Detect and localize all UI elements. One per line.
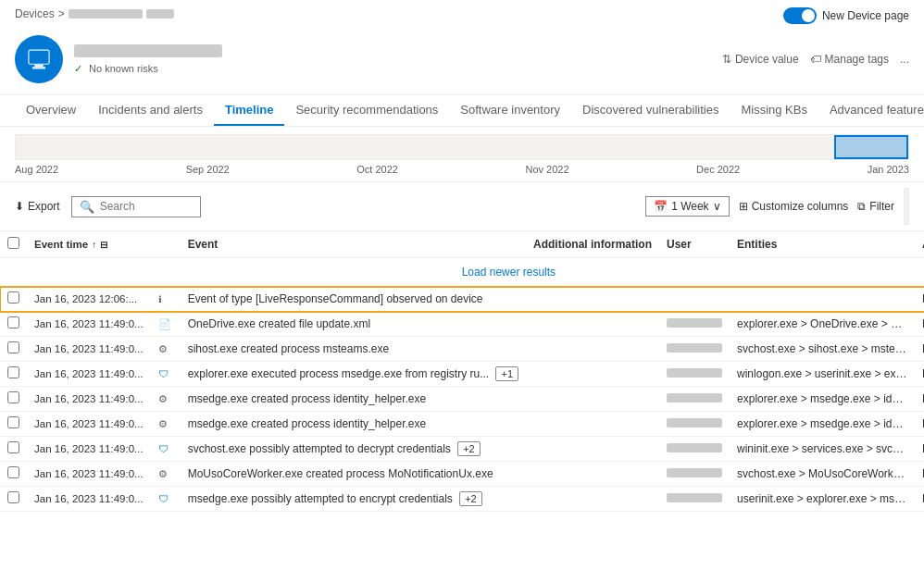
col-event-time: Event time ↑ ⊟ <box>27 231 151 258</box>
col-event: Event <box>181 231 526 258</box>
user-blur <box>667 343 722 353</box>
row-checkbox[interactable] <box>7 291 19 304</box>
table-row: Jan 16, 2023 11:49:0... ⚙ msedge.exe cre… <box>0 412 924 437</box>
row-checkbox[interactable] <box>7 416 19 428</box>
user-blur <box>667 318 722 328</box>
event-type-icon: ⚙ <box>158 468 168 479</box>
table-row: Jan 16, 2023 11:49:0... 🛡 msedge.exe pos… <box>0 487 924 512</box>
search-box[interactable]: 🔍 <box>71 196 201 217</box>
load-newer-row: Load newer results <box>0 258 924 287</box>
svg-rect-3 <box>30 51 49 64</box>
entities-cell: wininit.exe > services.exe > svchost.exe <box>730 437 915 462</box>
entities-cell: svchost.exe > sihost.exe > msteams.exe <box>730 337 915 362</box>
col-user: User <box>659 231 730 258</box>
date-sep: Sep 2022 <box>186 164 230 175</box>
event-time-cell: Jan 16, 2023 11:49:0... <box>27 512 151 515</box>
row-checkbox[interactable] <box>7 441 19 453</box>
event-cell: OneDrive.exe created file update.xml <box>181 312 526 337</box>
add-info-cell <box>526 512 659 515</box>
event-badge[interactable]: +2 <box>457 441 481 456</box>
action-type-cell: DpapiCryptDat... <box>915 437 924 462</box>
export-btn[interactable]: ⬇ Export <box>15 200 60 213</box>
add-info-cell <box>526 387 659 412</box>
new-device-toggle[interactable]: New Device page <box>783 7 909 24</box>
week-selector[interactable]: 📅 1 Week ∨ <box>645 196 729 217</box>
customize-columns-btn[interactable]: ⊞ Customize columns <box>739 200 849 213</box>
tab-missing-kbs[interactable]: Missing KBs <box>730 95 818 126</box>
row-checkbox[interactable] <box>7 491 19 503</box>
toggle-track[interactable] <box>783 7 817 24</box>
top-right-controls: New Device page <box>783 7 909 24</box>
device-value-btn[interactable]: ⇅ Device value <box>722 53 799 66</box>
entities-cell: explorer.exe > msedge.exe > identity_hel… <box>730 412 915 437</box>
row-checkbox[interactable] <box>7 466 19 478</box>
col-flag <box>151 231 181 258</box>
breadcrumb-sub <box>146 9 174 19</box>
breadcrumb-root[interactable]: Devices <box>15 7 55 20</box>
device-header: ✓ No known risks ⇅ Device value 🏷 Manage… <box>0 28 924 95</box>
user-cell <box>659 487 730 512</box>
events-table-container: Event time ↑ ⊟ Event Additional informat… <box>0 231 924 514</box>
timeline-dates: Aug 2022 Sep 2022 Oct 2022 Nov 2022 Dec … <box>15 164 909 175</box>
event-cell: msedge.exe established an outbound appli… <box>181 512 526 515</box>
tab-vulnerabilities[interactable]: Discovered vulnerabilities <box>571 95 730 126</box>
sort-icon[interactable]: ↑ <box>92 240 96 250</box>
search-input[interactable] <box>100 200 193 213</box>
action-type-cell: OutboundConn... <box>915 512 924 515</box>
row-checkbox[interactable] <box>7 391 19 403</box>
user-cell <box>659 437 730 462</box>
event-time-cell: Jan 16, 2023 11:49:0... <box>27 437 151 462</box>
user-blur <box>667 418 722 428</box>
more-options-btn[interactable]: ... <box>900 53 909 66</box>
event-cell: msedge.exe created process identity_help… <box>181 412 526 437</box>
tab-timeline[interactable]: Timeline <box>214 95 285 126</box>
filter-btn[interactable]: ⧉ Filter <box>857 200 894 213</box>
user-blur <box>667 493 722 502</box>
manage-tags-btn[interactable]: 🏷 Manage tags <box>810 53 889 66</box>
device-info: ✓ No known risks <box>74 44 711 75</box>
action-type-cell: ProcessCreate... <box>915 387 924 412</box>
event-badge[interactable]: +2 <box>459 491 482 506</box>
action-type-cell: DpapiCryptDat... <box>915 487 924 512</box>
event-cell: Event of type [LiveResponseCommand] obse… <box>181 287 526 312</box>
filter-icon-time[interactable]: ⊟ <box>100 240 107 250</box>
header-checkbox[interactable] <box>7 237 19 249</box>
action-type-cell: FileCreated <box>915 312 924 337</box>
shield-icon: 🛡 <box>158 368 169 379</box>
entities-cell: svchost.exe > MoUsoCoreWorker.exe > MoNo… <box>730 462 915 487</box>
tab-security[interactable]: Security recommendations <box>284 95 449 126</box>
entities-cell <box>730 287 915 312</box>
event-type-icon: ⚙ <box>158 418 168 429</box>
event-badge[interactable]: +1 <box>495 366 518 381</box>
user-cell <box>659 387 730 412</box>
add-info-cell <box>526 487 659 512</box>
tab-overview[interactable]: Overview <box>15 95 87 126</box>
tab-incidents[interactable]: Incidents and alerts <box>87 95 214 126</box>
date-nov: Nov 2022 <box>525 164 568 175</box>
device-name <box>74 44 222 57</box>
sidebar-scroll[interactable] <box>904 188 909 225</box>
add-info-cell <box>526 337 659 362</box>
row-checkbox[interactable] <box>7 316 19 328</box>
select-all-checkbox[interactable] <box>0 231 27 258</box>
add-info-cell <box>526 412 659 437</box>
tab-advanced[interactable]: Advanced features <box>818 95 924 126</box>
row-checkbox[interactable] <box>7 341 19 353</box>
device-actions: ⇅ Device value 🏷 Manage tags ... <box>722 53 909 66</box>
col-action-type: Action type <box>915 231 924 258</box>
timeline-bar[interactable] <box>15 134 909 160</box>
action-type-cell: ProcessCreate... <box>915 462 924 487</box>
shield-icon: 🛡 <box>158 443 169 454</box>
row-checkbox[interactable] <box>7 366 19 378</box>
search-icon: 🔍 <box>80 200 94 214</box>
tab-software[interactable]: Software inventory <box>449 95 571 126</box>
load-newer-btn[interactable]: Load newer results <box>0 258 924 287</box>
event-time-cell: Jan 16, 2023 12:06:... <box>27 287 151 312</box>
user-cell <box>659 312 730 337</box>
svg-rect-2 <box>32 67 45 68</box>
svg-rect-1 <box>34 65 43 67</box>
col-entities: Entities <box>730 231 915 258</box>
table-row: Jan 16, 2023 11:49:0... 🛡 explorer.exe e… <box>0 362 924 387</box>
action-type-cell: ExecutionFrom... <box>915 362 924 387</box>
breadcrumb-device <box>69 9 143 19</box>
